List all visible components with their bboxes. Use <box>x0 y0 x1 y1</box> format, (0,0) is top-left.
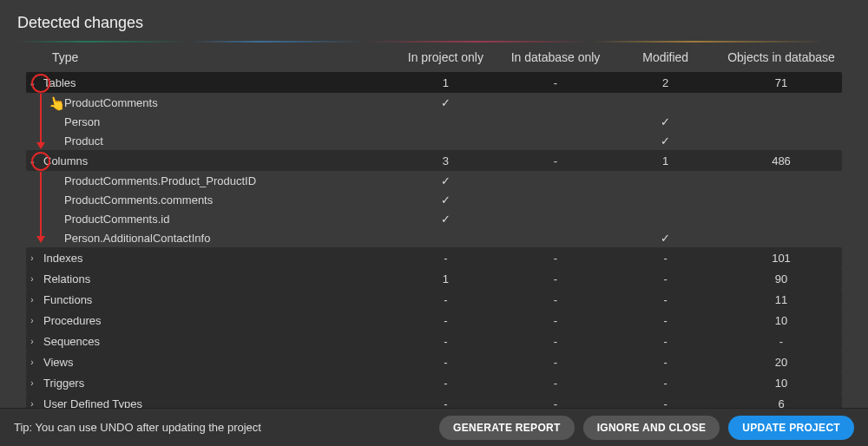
child-row[interactable]: ProductComments✓ <box>26 93 842 112</box>
group-label: Triggers <box>43 377 84 390</box>
group-type-cell: ›Views <box>26 356 391 369</box>
cell-project-only: - <box>391 335 501 348</box>
cell-modified: ✓ <box>610 115 720 128</box>
cell-database-only: - <box>501 252 611 265</box>
check-icon: ✓ <box>661 232 670 245</box>
footer-bar: Tip: You can use UNDO after updating the… <box>0 408 868 446</box>
group-label: Views <box>43 356 73 369</box>
group-row[interactable]: ›Views---20 <box>26 351 842 372</box>
child-label: ProductComments.id <box>26 213 391 226</box>
chevron-down-icon[interactable]: ⌄ <box>26 76 38 89</box>
cell-modified: 1 <box>610 154 720 167</box>
check-icon: ✓ <box>661 115 670 128</box>
group-label: Functions <box>43 293 92 306</box>
cell-database-only: - <box>501 76 611 89</box>
cell-project-only: 1 <box>391 272 501 285</box>
col-header-modified: Modified <box>610 50 720 64</box>
group-row[interactable]: ›Triggers---10 <box>26 372 842 393</box>
cell-modified: - <box>610 335 720 348</box>
group-label: Columns <box>43 154 88 167</box>
cell-modified: - <box>610 314 720 327</box>
ignore-close-button[interactable]: IGNORE AND CLOSE <box>583 416 720 440</box>
cell-project-only: ✓ <box>391 174 501 187</box>
cell-project-only: - <box>391 377 501 390</box>
cell-project-only: - <box>391 293 501 306</box>
check-icon: ✓ <box>441 174 450 187</box>
group-label: Indexes <box>43 252 83 265</box>
cell-modified: - <box>610 377 720 390</box>
check-icon: ✓ <box>441 96 450 109</box>
check-icon: ✓ <box>441 193 450 207</box>
col-header-project-only: In project only <box>391 50 501 64</box>
cell-objects: 11 <box>720 293 842 306</box>
group-row[interactable]: ›Relations1--90 <box>26 268 842 289</box>
chevron-right-icon[interactable]: › <box>26 377 38 389</box>
chevron-right-icon[interactable]: › <box>26 314 38 326</box>
cell-database-only: - <box>501 154 611 167</box>
group-type-cell: ›Indexes <box>26 252 391 265</box>
dialog-title: Detected changes <box>0 0 868 41</box>
check-icon: ✓ <box>661 134 670 148</box>
group-row[interactable]: ›Sequences---- <box>26 331 842 351</box>
group-type-cell: ⌄Columns <box>26 154 391 167</box>
group-row[interactable]: ›Procedures---10 <box>26 310 842 331</box>
update-project-button[interactable]: UPDATE PROJECT <box>728 416 854 440</box>
cell-objects: 90 <box>720 272 842 285</box>
cell-database-only: - <box>501 335 611 348</box>
footer-buttons: GENERATE REPORT IGNORE AND CLOSE UPDATE … <box>439 416 854 440</box>
cell-objects: 71 <box>720 76 842 89</box>
chevron-right-icon[interactable]: › <box>26 335 38 347</box>
generate-report-button[interactable]: GENERATE REPORT <box>439 416 575 440</box>
chevron-down-icon[interactable]: ⌄ <box>26 154 38 167</box>
child-row[interactable]: Person✓ <box>26 112 842 131</box>
child-row[interactable]: ProductComments.comments✓ <box>26 190 842 209</box>
group-row[interactable]: ⌄Tables1-271 <box>26 72 842 93</box>
cell-modified: ✓ <box>610 134 720 148</box>
divider <box>0 41 868 43</box>
group-type-cell: ›Relations <box>26 272 391 285</box>
group-row[interactable]: ⌄Columns3-1486 <box>26 150 842 171</box>
cell-modified: - <box>610 293 720 306</box>
cell-database-only: - <box>501 314 611 327</box>
tip-text: Tip: You can use UNDO after updating the… <box>14 421 261 434</box>
child-label: ProductComments.comments <box>26 193 391 207</box>
group-type-cell: ›Sequences <box>26 335 391 348</box>
chevron-right-icon[interactable]: › <box>26 272 38 285</box>
chevron-right-icon[interactable]: › <box>26 252 38 264</box>
col-header-objects: Objects in database <box>720 50 842 64</box>
child-row[interactable]: Person.AdditionalContactInfo✓ <box>26 228 842 247</box>
changes-table: Type In project only In database only Mo… <box>0 43 868 414</box>
group-row[interactable]: ›Indexes---101 <box>26 247 842 268</box>
group-type-cell: ›Procedures <box>26 314 391 327</box>
group-type-cell: ⌄Tables <box>26 76 391 89</box>
child-row[interactable]: ProductComments.id✓ <box>26 209 842 228</box>
child-label: ProductComments <box>26 96 391 109</box>
child-row[interactable]: ProductComments.Product_ProductID✓ <box>26 171 842 190</box>
cell-project-only: - <box>391 252 501 265</box>
chevron-right-icon[interactable]: › <box>26 293 38 305</box>
cell-project-only: ✓ <box>391 193 501 207</box>
child-row[interactable]: Product✓ <box>26 131 842 150</box>
cell-project-only: ✓ <box>391 213 501 226</box>
cell-modified: - <box>610 356 720 369</box>
cell-project-only: - <box>391 314 501 327</box>
cell-database-only: - <box>501 356 611 369</box>
cell-project-only: ✓ <box>391 96 501 109</box>
group-type-cell: ›Functions <box>26 293 391 306</box>
child-label: Product <box>26 134 391 148</box>
cell-modified: ✓ <box>610 232 720 245</box>
group-label: Sequences <box>43 335 100 348</box>
cell-project-only: - <box>391 356 501 369</box>
group-type-cell: ›Triggers <box>26 377 391 390</box>
chevron-right-icon[interactable]: › <box>26 356 38 368</box>
group-row[interactable]: ›Functions---11 <box>26 289 842 310</box>
cell-objects: 20 <box>720 356 842 369</box>
cell-modified: - <box>610 252 720 265</box>
cell-modified: 2 <box>610 76 720 89</box>
cell-objects: 101 <box>720 252 842 265</box>
cell-project-only: 1 <box>391 76 501 89</box>
cell-objects: 486 <box>720 154 842 167</box>
cell-objects: - <box>720 335 842 348</box>
cell-modified: - <box>610 272 720 285</box>
child-label: Person <box>26 115 391 128</box>
